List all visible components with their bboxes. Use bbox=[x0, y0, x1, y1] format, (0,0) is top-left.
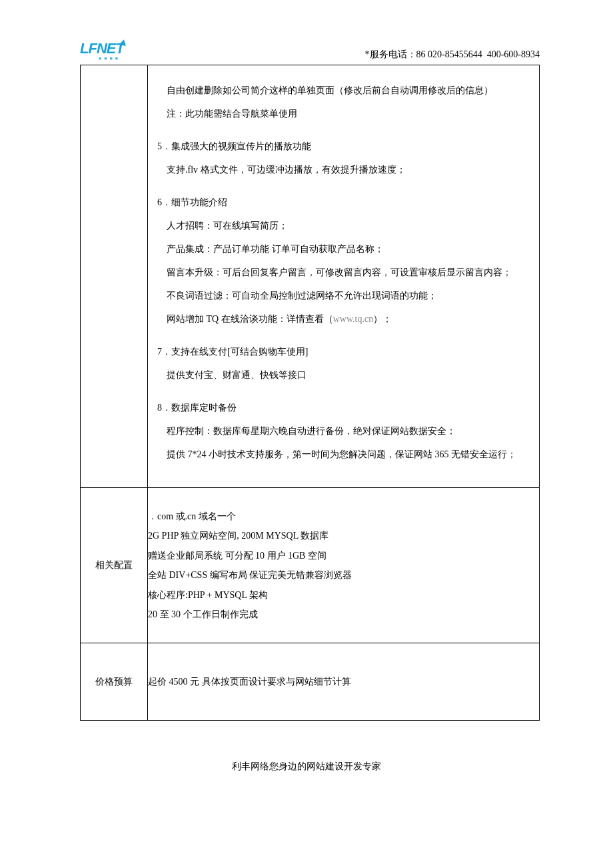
tel-1: 86 020-85455644 bbox=[416, 49, 482, 59]
service-phone: *服务电话：86 020-85455644 400-600-8934 bbox=[365, 49, 540, 61]
table-row: 相关配置 ．com 或.cn 域名一个 2G PHP 独立网站空间, 200M … bbox=[81, 488, 540, 643]
config-line: ．com 或.cn 域名一个 bbox=[148, 507, 539, 526]
feature-note: 注：此功能需结合导航菜单使用 bbox=[148, 102, 539, 125]
section-5-line: 支持.flv 格式文件，可边缓冲边播放，有效提升播放速度； bbox=[148, 158, 539, 181]
logo: LFNET ■■■■ bbox=[80, 40, 127, 61]
section-6-line: 产品集成：产品订单功能 订单可自动获取产品名称； bbox=[148, 237, 539, 261]
price-text: 起价 4500 元 具体按页面设计要求与网站细节计算 bbox=[148, 670, 539, 693]
config-cell: ．com 或.cn 域名一个 2G PHP 独立网站空间, 200M MYSQL… bbox=[148, 488, 540, 643]
section-7-title: 7．支持在线支付[可结合购物车使用] bbox=[148, 340, 539, 363]
section-8-title: 8．数据库定时备份 bbox=[148, 396, 539, 419]
section-6-line-part-a: 网站增加 TQ 在线洽谈功能：详情查看（ bbox=[167, 314, 333, 324]
tq-link: www.tq.cn bbox=[333, 314, 374, 324]
feature-text: 自由创建删除如公司简介这样的单独页面（修改后前台自动调用修改后的信息） bbox=[148, 79, 539, 102]
section-6-line: 网站增加 TQ 在线洽谈功能：详情查看（www.tq.cn）； bbox=[148, 307, 539, 331]
price-cell: 起价 4500 元 具体按页面设计要求与网站细节计算 bbox=[148, 643, 540, 721]
section-8-line: 提供 7*24 小时技术支持服务，第一时间为您解决问题，保证网站 365 无错安… bbox=[148, 443, 539, 466]
section-8-line: 程序控制：数据库每星期六晚自动进行备份，绝对保证网站数据安全； bbox=[148, 419, 539, 443]
config-line: 2G PHP 独立网站空间, 200M MYSQL 数据库 bbox=[148, 526, 539, 545]
row-label-empty bbox=[81, 65, 148, 488]
config-line: 全站 DIV+CSS 编写布局 保证完美无错兼容浏览器 bbox=[148, 565, 539, 585]
section-6-line: 不良词语过滤：可自动全局控制过滤网络不允许出现词语的功能； bbox=[148, 284, 539, 307]
main-table: 自由创建删除如公司简介这样的单独页面（修改后前台自动调用修改后的信息） 注：此功… bbox=[80, 65, 540, 721]
section-6-line: 人才招聘：可在线填写简历； bbox=[148, 214, 539, 237]
page-header: LFNET ■■■■ *服务电话：86 020-85455644 400-600… bbox=[0, 40, 613, 65]
page-footer: 利丰网络您身边的网站建设开发专家 bbox=[0, 761, 613, 773]
logo-subtext: ■■■■ bbox=[80, 56, 127, 61]
config-line: 20 至 30 个工作日制作完成 bbox=[148, 605, 539, 624]
features-cell: 自由创建删除如公司简介这样的单独页面（修改后前台自动调用修改后的信息） 注：此功… bbox=[148, 65, 540, 488]
section-5-title: 5．集成强大的视频宣传片的播放功能 bbox=[148, 135, 539, 158]
price-label: 价格预算 bbox=[81, 643, 148, 721]
table-row: 价格预算 起价 4500 元 具体按页面设计要求与网站细节计算 bbox=[81, 643, 540, 721]
section-6-line: 留言本升级：可后台回复客户留言，可修改留言内容，可设置审核后显示留言内容； bbox=[148, 261, 539, 284]
section-6-title: 6．细节功能介绍 bbox=[148, 191, 539, 214]
logo-text: LFNET bbox=[80, 40, 124, 57]
tel-2: 400-600-8934 bbox=[487, 49, 540, 59]
section-6-line-part-b: ）； bbox=[373, 314, 392, 324]
document-page: LFNET ■■■■ *服务电话：86 020-85455644 400-600… bbox=[0, 0, 613, 868]
table-row: 自由创建删除如公司简介这样的单独页面（修改后前台自动调用修改后的信息） 注：此功… bbox=[81, 65, 540, 488]
section-7-line: 提供支付宝、财富通、快钱等接口 bbox=[148, 363, 539, 387]
config-label: 相关配置 bbox=[81, 488, 148, 643]
config-line: 核心程序:PHP + MYSQL 架构 bbox=[148, 585, 539, 605]
service-prefix: *服务电话： bbox=[365, 49, 416, 59]
config-line: 赠送企业邮局系统 可分配 10 用户 1GB 空间 bbox=[148, 546, 539, 565]
